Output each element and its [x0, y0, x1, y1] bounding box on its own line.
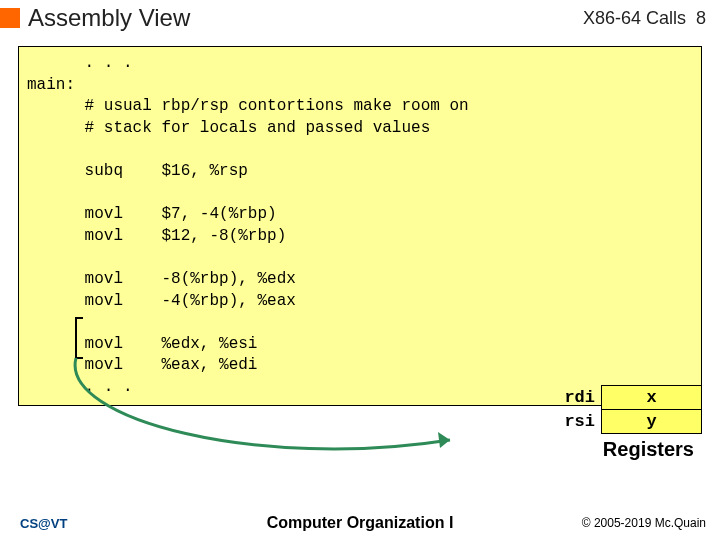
registers-table: rdi x rsi y [558, 385, 702, 434]
slide-topic-page: X86-64 Calls 8 [583, 8, 712, 29]
slide: Assembly View X86-64 Calls 8 . . . main:… [0, 0, 720, 540]
table-row: rdi x [558, 386, 701, 410]
register-value: x [602, 386, 702, 410]
registers-label: Registers [558, 434, 702, 461]
register-value: y [602, 410, 702, 434]
register-name: rdi [558, 386, 601, 410]
registers-panel: rdi x rsi y Registers [558, 385, 702, 461]
footer-left: CS@VT [0, 516, 190, 531]
table-row: rsi y [558, 410, 701, 434]
code-bracket-icon [75, 317, 83, 359]
footer-center: Computer Organization I [190, 514, 530, 532]
footer-right: © 2005-2019 Mc.Quain [530, 516, 720, 530]
slide-footer: CS@VT Computer Organization I © 2005-201… [0, 514, 720, 532]
slide-page-number: 8 [696, 8, 706, 29]
svg-marker-0 [438, 432, 450, 448]
header-accent-square [0, 8, 20, 28]
register-name: rsi [558, 410, 601, 434]
slide-header: Assembly View X86-64 Calls 8 [0, 0, 720, 36]
slide-title: Assembly View [28, 4, 583, 32]
slide-topic: X86-64 Calls [583, 8, 686, 29]
assembly-code-block: . . . main: # usual rbp/rsp contortions … [18, 46, 702, 406]
